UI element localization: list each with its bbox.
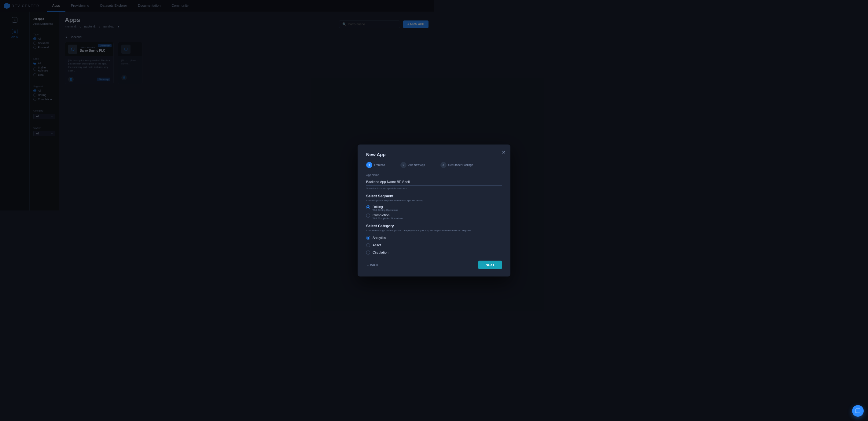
new-app-modal: New App ✕ 1 Frontend 2 Add New App 3 Get… [358,144,434,210]
select-segment-subtitle: Corva Appstore Segment where your app wi… [366,199,434,202]
stepper: 1 Frontend 2 Add New App 3 Get Starter P… [366,162,434,168]
modal-overlay: New App ✕ 1 Frontend 2 Add New App 3 Get… [0,0,434,210]
step-1-label: Frontend [374,163,385,166]
step-divider-2 [428,165,434,165]
step-1-num: 1 [366,162,372,168]
app-name-label: App Name [366,173,434,176]
segment-option-drilling[interactable]: Drilling Well Drilling Operations [366,205,434,210]
step-divider-1 [388,165,397,165]
segment-drilling-label: Drilling [373,205,398,209]
modal-title: New App [366,152,434,157]
step-2-label: Add New App [408,163,425,166]
segment-radio-group: Drilling Well Drilling Operations Comple… [366,205,434,210]
app-name-input[interactable] [366,178,434,186]
step-2: 2 Add New App [400,162,425,168]
app-name-hint: Should not contain special characters [366,187,434,190]
step-1: 1 Frontend [366,162,385,168]
segment-drilling-desc: Well Drilling Operations [373,209,398,210]
step-2-num: 2 [400,162,406,168]
select-segment-title: Select Segment [366,194,434,198]
segment-drilling-radio[interactable] [366,205,370,209]
